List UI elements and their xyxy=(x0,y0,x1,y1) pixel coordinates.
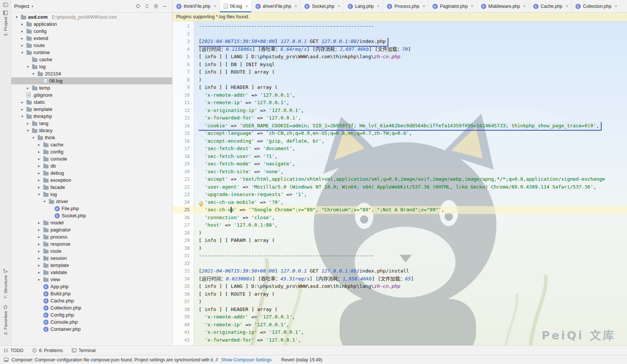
tree-item[interactable]: ▸session xyxy=(11,255,172,262)
tree-item[interactable]: ▸exception xyxy=(11,177,172,184)
line-text[interactable]: 'sec-fetch-mode' => 'navigate', xyxy=(199,160,627,168)
toolwindow-button-terminal[interactable]: Terminal xyxy=(72,348,95,353)
tree-item[interactable]: ▾think xyxy=(11,134,172,141)
line-text[interactable]: 'accept-encoding' => 'gzip, deflate, br'… xyxy=(199,137,627,145)
tree-item[interactable]: cCache.php xyxy=(11,297,172,304)
editor-tab[interactable]: cCollection.php✕ xyxy=(572,0,621,12)
close-icon[interactable]: ✕ xyxy=(294,4,297,8)
locate-button[interactable] xyxy=(133,2,142,11)
tree-collapsed-icon[interactable]: ▸ xyxy=(20,22,25,26)
tree-item[interactable]: ▾202104 xyxy=(11,70,172,77)
tree-collapsed-icon[interactable]: ▸ xyxy=(37,178,41,182)
toolwindow-button-6-problems[interactable]: 6: Problems xyxy=(32,348,63,353)
tree-item[interactable]: cContainer.php xyxy=(11,326,172,333)
tree-expanded-icon[interactable]: ▾ xyxy=(25,128,30,133)
tree-item[interactable]: ▸debug xyxy=(11,169,172,177)
log-content[interactable]: 1---------------------------------------… xyxy=(173,21,627,345)
line-text[interactable]: 'x-originating-ip' => '127.0.0.1', xyxy=(199,107,627,115)
tree-item[interactable]: ▸validate xyxy=(11,269,172,276)
tree-collapsed-icon[interactable]: ▸ xyxy=(37,185,41,189)
line-text[interactable]: 'host' => '127.0.0.1:88', xyxy=(199,221,627,229)
close-icon[interactable]: ✕ xyxy=(523,4,526,8)
tool-stripe-button[interactable]: 1: Project xyxy=(3,10,8,36)
line-text[interactable]: [2021-04-06T15:39:50+08:00] 127.0.0.1 GE… xyxy=(199,267,627,275)
tree-collapsed-icon[interactable]: ▸ xyxy=(25,121,30,125)
tree-item[interactable]: ▸facade xyxy=(11,184,172,191)
close-icon[interactable]: ✕ xyxy=(565,4,568,8)
editor-tab[interactable]: cLang.php✕ xyxy=(344,0,383,12)
tree-item[interactable]: cache xyxy=(11,56,172,63)
toolwindow-button-todo[interactable]: TODO xyxy=(4,348,23,353)
tree-item[interactable]: ▸paginator xyxy=(11,226,172,233)
editor-tab[interactable]: cSocket.php✕ xyxy=(301,0,344,12)
tree-item[interactable]: ▸config xyxy=(11,148,172,155)
line-text[interactable]: ) xyxy=(199,229,627,237)
editor-tab[interactable]: cCache.php✕ xyxy=(530,0,572,12)
chevron-down-icon[interactable]: ▾ xyxy=(31,4,33,8)
tree-item[interactable]: cSocket.php xyxy=(11,212,172,219)
tree-item[interactable]: ▸config xyxy=(11,28,172,35)
line-text[interactable]: [ info ] [ LANG ] D:\phpstudy_pro\WWW\as… xyxy=(199,283,627,290)
editor-tab[interactable]: 06.log✕ xyxy=(220,0,252,12)
line-text[interactable]: 'x-remote-ip' => '127.0.0.1', xyxy=(199,321,627,329)
tree-item[interactable]: cBuild.php xyxy=(11,290,172,297)
tree-collapsed-icon[interactable]: ▸ xyxy=(37,242,41,246)
line-text[interactable]: [运行时间：0.115806s] [吞吐率：8.64req/s] [内存消耗：2… xyxy=(199,46,627,53)
line-text[interactable]: 'x-forwarded-for' => '127.0.0.1', xyxy=(199,114,627,122)
project-tree[interactable]: ▾asd.comD:\phpstudy_pro\WWW\asd.com▸appl… xyxy=(11,13,172,345)
tree-item[interactable]: ▸model xyxy=(11,219,172,226)
tree-item[interactable]: cConsole.php xyxy=(11,318,172,326)
close-icon[interactable]: ✕ xyxy=(213,4,216,8)
line-text[interactable]: 'connection' => 'close', xyxy=(199,214,627,222)
tree-item[interactable]: ▸response xyxy=(11,240,172,248)
close-icon[interactable]: ✕ xyxy=(471,4,474,8)
tree-item[interactable]: ▸route xyxy=(11,42,172,49)
line-text[interactable]: [ info ] [ HEADER ] array ( xyxy=(199,306,627,314)
line-text[interactable]: [ info ] [ ROUTE ] array ( xyxy=(199,290,627,298)
line-text[interactable]: ) xyxy=(199,298,627,306)
tree-item[interactable]: ▸db xyxy=(11,162,172,169)
tree-item[interactable]: ▸process xyxy=(11,233,172,240)
tree-collapsed-icon[interactable]: ▸ xyxy=(37,235,41,239)
line-text[interactable]: [ info ] [ DB ] INIT mysql xyxy=(199,61,627,69)
panel-title[interactable]: Project xyxy=(14,3,29,9)
tree-collapsed-icon[interactable]: ▸ xyxy=(20,107,25,111)
tree-item[interactable]: ▾log xyxy=(11,63,172,70)
tree-item[interactable]: cConfig.php xyxy=(11,311,172,318)
editor-tab[interactable]: cMiddleware.php✕ xyxy=(477,0,530,12)
tree-item[interactable]: ▸application xyxy=(11,21,172,28)
tree-collapsed-icon[interactable]: ▸ xyxy=(37,157,41,161)
tree-item[interactable]: ▸lang xyxy=(11,120,172,127)
editor[interactable]: PeiQi 文库 1------------------------------… xyxy=(173,21,627,345)
revert-link[interactable]: Revert (today 15:49) xyxy=(281,357,322,363)
line-text[interactable]: 'sec-fetch-user' => '?1', xyxy=(199,153,627,161)
line-text[interactable]: 'user-agent' => 'Mozilla/5.0 (Windows NT… xyxy=(199,183,627,191)
editor-tab[interactable]: cPaginator.php✕ xyxy=(429,0,477,12)
line-text[interactable]: 'sec-fetch-dest' => 'document', xyxy=(199,145,627,153)
tree-item[interactable]: ▾library xyxy=(11,127,172,134)
tree-item[interactable]: ▾log xyxy=(11,191,172,198)
tool-stripe-button[interactable]: 7: Structure xyxy=(3,269,8,299)
tree-item[interactable]: ▾asd.comD:\phpstudy_pro\WWW\asd.com xyxy=(11,13,172,21)
tree-item[interactable]: cFile.php xyxy=(11,205,172,212)
tree-collapsed-icon[interactable]: ▸ xyxy=(37,221,41,225)
tree-item[interactable]: ▸route xyxy=(11,248,172,255)
line-text[interactable]: [ info ] [ LANG ] D:\phpstudy_pro\WWW\as… xyxy=(199,53,627,61)
line-text[interactable]: ) xyxy=(199,76,627,84)
tree-expanded-icon[interactable]: ▾ xyxy=(20,114,25,118)
tree-collapsed-icon[interactable]: ▸ xyxy=(37,171,41,175)
close-icon[interactable]: ✕ xyxy=(337,4,340,8)
line-text[interactable]: 'sec-ch-ua' => '"Google Chrome";v="89", … xyxy=(199,206,627,214)
tree-collapsed-icon[interactable]: ▸ xyxy=(20,100,25,104)
line-text[interactable]: 'x-remote-addr' => '127.0.0.1', xyxy=(199,91,627,99)
tree-item[interactable]: ▸console xyxy=(11,155,172,162)
line-text[interactable]: [运行时间：0.023088s] [吞吐率：43.31req/s] [内存消耗：… xyxy=(199,275,627,283)
toolwindow-toggle-icon[interactable] xyxy=(4,357,9,362)
tree-item[interactable]: ▸extend xyxy=(11,35,172,42)
tree-collapsed-icon[interactable]: ▸ xyxy=(37,228,41,232)
line-text[interactable]: 'x-forwarded-for' => '127.0.0.1', xyxy=(199,336,627,344)
line-text[interactable]: 'x-originating-ip' => '127.0.0.1', xyxy=(199,329,627,336)
tree-expanded-icon[interactable]: ▾ xyxy=(20,50,25,55)
tree-expanded-icon[interactable]: ▾ xyxy=(37,192,41,196)
settings-button[interactable] xyxy=(151,2,160,11)
